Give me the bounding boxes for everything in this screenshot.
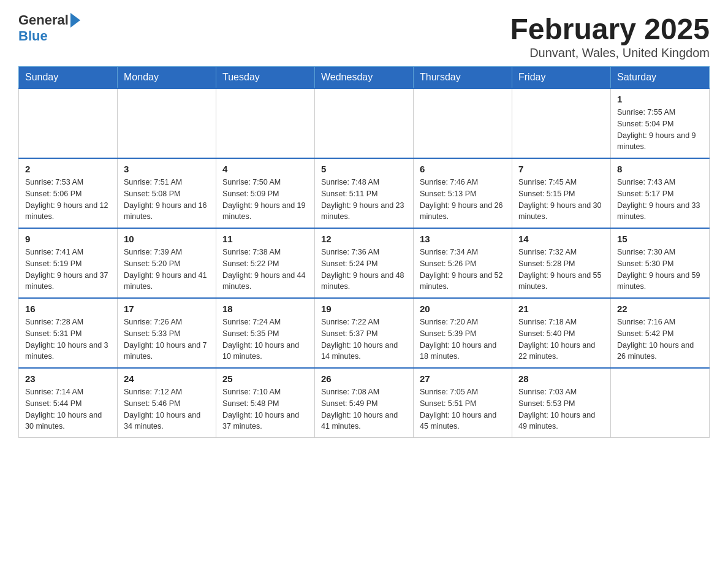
calendar-day-cell: 4Sunrise: 7:50 AMSunset: 5:09 PMDaylight…	[216, 158, 315, 228]
day-info: Sunrise: 7:39 AMSunset: 5:20 PMDaylight:…	[124, 247, 210, 293]
day-number: 12	[321, 234, 407, 244]
day-number: 15	[617, 234, 703, 244]
day-info: Sunrise: 7:30 AMSunset: 5:30 PMDaylight:…	[617, 247, 703, 293]
day-number: 25	[222, 373, 308, 384]
calendar-day-cell: 6Sunrise: 7:46 AMSunset: 5:13 PMDaylight…	[414, 158, 512, 228]
weekday-header-saturday: Saturday	[611, 67, 710, 89]
day-number: 23	[25, 373, 111, 384]
day-info: Sunrise: 7:55 AMSunset: 5:04 PMDaylight:…	[617, 107, 703, 153]
calendar-day-cell	[611, 368, 710, 438]
day-number: 20	[420, 304, 506, 314]
day-number: 17	[124, 304, 210, 314]
day-info: Sunrise: 7:38 AMSunset: 5:22 PMDaylight:…	[222, 247, 308, 293]
calendar-day-cell: 21Sunrise: 7:18 AMSunset: 5:40 PMDayligh…	[512, 298, 611, 368]
day-info: Sunrise: 7:12 AMSunset: 5:46 PMDaylight:…	[124, 386, 210, 432]
calendar-day-cell: 28Sunrise: 7:03 AMSunset: 5:53 PMDayligh…	[512, 368, 611, 438]
day-info: Sunrise: 7:26 AMSunset: 5:33 PMDaylight:…	[124, 316, 210, 362]
day-number: 6	[420, 164, 506, 174]
day-number: 14	[518, 234, 604, 244]
day-number: 3	[124, 164, 210, 174]
day-number: 1	[617, 94, 703, 104]
day-info: Sunrise: 7:51 AMSunset: 5:08 PMDaylight:…	[124, 177, 210, 223]
calendar-day-cell: 5Sunrise: 7:48 AMSunset: 5:11 PMDaylight…	[315, 158, 414, 228]
weekday-header-thursday: Thursday	[414, 67, 512, 89]
calendar-day-cell	[19, 88, 118, 158]
calendar-day-cell: 13Sunrise: 7:34 AMSunset: 5:26 PMDayligh…	[414, 228, 512, 298]
calendar-day-cell: 7Sunrise: 7:45 AMSunset: 5:15 PMDaylight…	[512, 158, 611, 228]
calendar-day-cell: 1Sunrise: 7:55 AMSunset: 5:04 PMDaylight…	[611, 88, 710, 158]
logo-arrow-icon	[70, 13, 80, 28]
day-info: Sunrise: 7:48 AMSunset: 5:11 PMDaylight:…	[321, 177, 407, 223]
day-number: 22	[617, 304, 703, 314]
day-info: Sunrise: 7:18 AMSunset: 5:40 PMDaylight:…	[518, 316, 604, 362]
day-info: Sunrise: 7:05 AMSunset: 5:51 PMDaylight:…	[420, 386, 506, 432]
day-info: Sunrise: 7:46 AMSunset: 5:13 PMDaylight:…	[420, 177, 506, 223]
calendar-table: SundayMondayTuesdayWednesdayThursdayFrid…	[18, 66, 710, 438]
calendar-day-cell	[118, 88, 216, 158]
calendar-day-cell: 15Sunrise: 7:30 AMSunset: 5:30 PMDayligh…	[611, 228, 710, 298]
calendar-week-row: 16Sunrise: 7:28 AMSunset: 5:31 PMDayligh…	[19, 298, 710, 368]
day-info: Sunrise: 7:22 AMSunset: 5:37 PMDaylight:…	[321, 316, 407, 362]
calendar-day-cell: 8Sunrise: 7:43 AMSunset: 5:17 PMDaylight…	[611, 158, 710, 228]
day-info: Sunrise: 7:28 AMSunset: 5:31 PMDaylight:…	[25, 316, 111, 362]
day-number: 9	[25, 234, 111, 244]
day-info: Sunrise: 7:24 AMSunset: 5:35 PMDaylight:…	[222, 316, 308, 362]
day-number: 21	[518, 304, 604, 314]
day-number: 28	[518, 373, 604, 384]
calendar-week-row: 2Sunrise: 7:53 AMSunset: 5:06 PMDaylight…	[19, 158, 710, 228]
weekday-header-monday: Monday	[118, 67, 216, 89]
logo-blue-text: Blue	[18, 28, 48, 44]
calendar-day-cell	[216, 88, 315, 158]
location-text: Dunvant, Wales, United Kingdom	[510, 46, 710, 60]
calendar-day-cell: 11Sunrise: 7:38 AMSunset: 5:22 PMDayligh…	[216, 228, 315, 298]
day-info: Sunrise: 7:32 AMSunset: 5:28 PMDaylight:…	[518, 247, 604, 293]
day-number: 8	[617, 164, 703, 174]
day-number: 11	[222, 234, 308, 244]
calendar-day-cell: 22Sunrise: 7:16 AMSunset: 5:42 PMDayligh…	[611, 298, 710, 368]
day-info: Sunrise: 7:08 AMSunset: 5:49 PMDaylight:…	[321, 386, 407, 432]
calendar-day-cell: 26Sunrise: 7:08 AMSunset: 5:49 PMDayligh…	[315, 368, 414, 438]
day-number: 19	[321, 304, 407, 314]
calendar-week-row: 9Sunrise: 7:41 AMSunset: 5:19 PMDaylight…	[19, 228, 710, 298]
weekday-header-tuesday: Tuesday	[216, 67, 315, 89]
calendar-day-cell	[414, 88, 512, 158]
weekday-header-wednesday: Wednesday	[315, 67, 414, 89]
day-number: 13	[420, 234, 506, 244]
day-info: Sunrise: 7:34 AMSunset: 5:26 PMDaylight:…	[420, 247, 506, 293]
day-number: 10	[124, 234, 210, 244]
day-number: 27	[420, 373, 506, 384]
weekday-header-row: SundayMondayTuesdayWednesdayThursdayFrid…	[19, 67, 710, 89]
calendar-day-cell: 9Sunrise: 7:41 AMSunset: 5:19 PMDaylight…	[19, 228, 118, 298]
logo: General Blue	[18, 12, 80, 44]
calendar-day-cell: 17Sunrise: 7:26 AMSunset: 5:33 PMDayligh…	[118, 298, 216, 368]
weekday-header-sunday: Sunday	[19, 67, 118, 89]
day-number: 24	[124, 373, 210, 384]
day-info: Sunrise: 7:41 AMSunset: 5:19 PMDaylight:…	[25, 247, 111, 293]
page-header: General Blue February 2025 Dunvant, Wale…	[18, 12, 710, 60]
month-title: February 2025	[510, 12, 710, 46]
day-info: Sunrise: 7:50 AMSunset: 5:09 PMDaylight:…	[222, 177, 308, 223]
calendar-day-cell: 20Sunrise: 7:20 AMSunset: 5:39 PMDayligh…	[414, 298, 512, 368]
day-number: 18	[222, 304, 308, 314]
day-number: 2	[25, 164, 111, 174]
calendar-day-cell	[315, 88, 414, 158]
calendar-day-cell: 19Sunrise: 7:22 AMSunset: 5:37 PMDayligh…	[315, 298, 414, 368]
calendar-week-row: 1Sunrise: 7:55 AMSunset: 5:04 PMDaylight…	[19, 88, 710, 158]
calendar-day-cell: 2Sunrise: 7:53 AMSunset: 5:06 PMDaylight…	[19, 158, 118, 228]
calendar-day-cell: 27Sunrise: 7:05 AMSunset: 5:51 PMDayligh…	[414, 368, 512, 438]
day-number: 26	[321, 373, 407, 384]
day-info: Sunrise: 7:43 AMSunset: 5:17 PMDaylight:…	[617, 177, 703, 223]
calendar-day-cell: 23Sunrise: 7:14 AMSunset: 5:44 PMDayligh…	[19, 368, 118, 438]
day-info: Sunrise: 7:10 AMSunset: 5:48 PMDaylight:…	[222, 386, 308, 432]
logo-general-text: General	[18, 12, 69, 28]
calendar-day-cell: 18Sunrise: 7:24 AMSunset: 5:35 PMDayligh…	[216, 298, 315, 368]
day-number: 7	[518, 164, 604, 174]
day-info: Sunrise: 7:53 AMSunset: 5:06 PMDaylight:…	[25, 177, 111, 223]
calendar-day-cell: 3Sunrise: 7:51 AMSunset: 5:08 PMDaylight…	[118, 158, 216, 228]
day-info: Sunrise: 7:20 AMSunset: 5:39 PMDaylight:…	[420, 316, 506, 362]
weekday-header-friday: Friday	[512, 67, 611, 89]
day-number: 16	[25, 304, 111, 314]
calendar-day-cell	[512, 88, 611, 158]
calendar-day-cell: 14Sunrise: 7:32 AMSunset: 5:28 PMDayligh…	[512, 228, 611, 298]
day-number: 4	[222, 164, 308, 174]
